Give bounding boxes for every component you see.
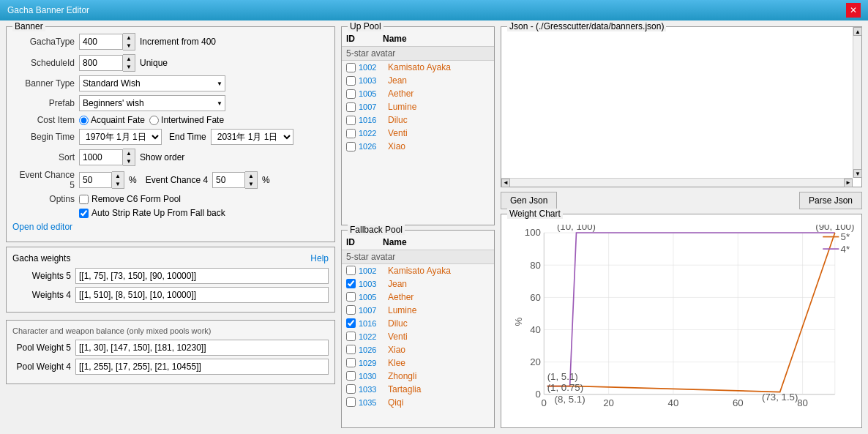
begin-time-select[interactable]: 1970年 1月 1日 <box>79 129 162 145</box>
help-link[interactable]: Help <box>310 253 329 263</box>
auto-strip-checkbox[interactable]: Auto Strip Rate Up From Fall back <box>79 208 225 218</box>
pool-weight-5-input[interactable] <box>75 340 329 356</box>
fallback-pool-check-1007[interactable] <box>346 305 356 315</box>
schedule-id-spinner[interactable]: ▲ ▼ <box>79 54 135 72</box>
up-pool-check-1016[interactable] <box>346 116 356 125</box>
end-time-select[interactable]: 2031年 1月 1日 <box>211 129 293 145</box>
svg-text:0: 0 <box>542 397 547 408</box>
event-chance-5-spinner[interactable]: ▲ ▼ <box>79 171 124 189</box>
open-old-editor-link[interactable]: Open old editor <box>12 222 72 232</box>
json-buttons: Gen Json Parse Json <box>501 192 862 209</box>
close-button[interactable]: ✕ <box>846 3 861 18</box>
event-chance-4-up[interactable]: ▲ <box>245 172 257 180</box>
gacha-weights-label: Gacha weights <box>12 253 70 263</box>
weights-4-input[interactable] <box>75 287 329 303</box>
schedule-id-input[interactable] <box>79 55 123 71</box>
schedule-id-down[interactable]: ▼ <box>123 63 135 71</box>
event-chance-5-down[interactable]: ▼ <box>112 180 124 188</box>
banner-type-select[interactable]: Standard Wish Event Wish Beginner Wish <box>79 75 225 91</box>
gacha-type-label: GachaType <box>12 37 75 47</box>
up-pool-check-1003[interactable] <box>346 76 356 86</box>
time-row: Begin Time 1970年 1月 1日 End Time 2031年 1月… <box>12 129 329 145</box>
fallback-pool-check-1016[interactable] <box>346 318 356 328</box>
title-bar: Gacha Banner Editor ✕ <box>0 0 868 20</box>
svg-text:(1, 5.1): (1, 5.1) <box>547 371 578 382</box>
fallback-pool-box: Fallback Pool ID Name 5-star avatar 1002… <box>341 230 495 429</box>
schedule-id-label: ScheduleId <box>12 58 75 68</box>
schedule-id-up[interactable]: ▲ <box>123 55 135 63</box>
acquaint-fate-radio[interactable]: Acquaint Fate <box>79 115 145 125</box>
char-weapon-box: Character and weapon balance (only mixed… <box>6 320 335 384</box>
fallback-pool-check-1026[interactable] <box>346 345 356 354</box>
fallback-pool-5star-header: 5-star avatar <box>342 250 494 264</box>
up-pool-item-1016: 1016 Diluc <box>342 113 494 127</box>
up-pool-check-1002[interactable] <box>346 63 356 72</box>
schedule-id-arrows: ▲ ▼ <box>123 54 135 72</box>
event-chance-4-label: Event Chance 4 <box>146 175 208 185</box>
prefab-select[interactable]: Beginners' wish Standard Wish Event Wish <box>79 95 225 111</box>
fallback-pool-check-1030[interactable] <box>346 371 356 381</box>
up-pool-check-1005[interactable] <box>346 89 356 99</box>
event-chance-5-input[interactable] <box>79 172 112 188</box>
banner-type-wrapper[interactable]: Standard Wish Event Wish Beginner Wish <box>79 75 225 91</box>
json-scroll-up[interactable]: ▲ <box>853 27 862 36</box>
fallback-pool-title: Fallback Pool <box>348 225 405 235</box>
auto-strip-row: Auto Strip Rate Up From Fall back <box>79 208 329 218</box>
banner-group: Banner GachaType ▲ ▼ Increment from 400 … <box>6 26 335 242</box>
up-pool-check-1022[interactable] <box>346 129 356 138</box>
weights-5-label: Weights 5 <box>12 271 71 281</box>
fallback-pool-check-1003[interactable] <box>346 279 356 288</box>
gacha-type-up[interactable]: ▲ <box>123 34 135 42</box>
sort-up[interactable]: ▲ <box>123 149 135 157</box>
fallback-pool-check-1005[interactable] <box>346 292 356 302</box>
sort-input[interactable] <box>79 149 123 165</box>
weights-5-input[interactable] <box>75 268 329 284</box>
char-weapon-title: Character and weapon balance (only mixed… <box>12 326 329 335</box>
fallback-pool-col-id: ID <box>346 237 383 247</box>
event-chance-5-up[interactable]: ▲ <box>112 172 124 180</box>
fallback-pool-check-1033[interactable] <box>346 384 356 394</box>
auto-strip-input[interactable] <box>79 209 89 218</box>
up-pool-col-id: ID <box>346 34 383 44</box>
json-scroll-right[interactable]: ► <box>844 179 853 187</box>
weights-4-label: Weights 4 <box>12 290 71 300</box>
event-chance-4-down[interactable]: ▼ <box>245 180 257 188</box>
intertwined-fate-radio[interactable]: Intertwined Fate <box>149 115 224 125</box>
up-pool-item-1007: 1007 Lumine <box>342 100 494 113</box>
fallback-pool-check-1002[interactable] <box>346 266 356 275</box>
gacha-type-arrows: ▲ ▼ <box>123 33 135 50</box>
4star-line <box>547 233 835 386</box>
gacha-type-spinner[interactable]: ▲ ▼ <box>79 33 135 50</box>
gacha-type-input[interactable] <box>79 34 123 50</box>
prefab-label: Prefab <box>12 98 75 108</box>
fallback-pool-check-1029[interactable] <box>346 358 356 367</box>
svg-text:(8, 5.1): (8, 5.1) <box>555 394 585 405</box>
json-scroll-left[interactable]: ◄ <box>501 179 510 187</box>
gen-json-button[interactable]: Gen Json <box>501 192 557 209</box>
parse-json-button[interactable]: Parse Json <box>799 192 862 209</box>
gacha-type-down[interactable]: ▼ <box>123 42 135 50</box>
sort-spinner[interactable]: ▲ ▼ <box>79 149 135 166</box>
intertwined-fate-label: Intertwined Fate <box>161 115 224 125</box>
fallback-pool-check-1035[interactable] <box>346 397 356 407</box>
json-scrollbar-v[interactable]: ▲ ▼ <box>853 27 861 178</box>
svg-text:(10, 100): (10, 100) <box>557 225 596 232</box>
sort-down[interactable]: ▼ <box>123 157 135 165</box>
up-pool-check-1026[interactable] <box>346 142 356 151</box>
remove-c6-input[interactable] <box>79 195 89 204</box>
fallback-pool-item-1005: 1005 Aether <box>342 291 494 304</box>
up-pool-content: ID Name 5-star avatar 1002 Kamisato Ayak… <box>342 31 494 229</box>
json-scrollbar-h[interactable]: ◄ ► <box>501 178 853 187</box>
json-scroll-down[interactable]: ▼ <box>853 169 862 178</box>
pool-weight-4-input[interactable] <box>75 359 329 375</box>
fallback-pool-list: 5-star avatar 1002 Kamisato Ayaka 1003 J… <box>342 250 494 411</box>
fallback-pool-5star-label: 5-star avatar <box>346 252 395 262</box>
remove-c6-checkbox[interactable]: Remove C6 Form Pool <box>79 194 181 204</box>
event-chance-4-input[interactable] <box>212 172 245 188</box>
prefab-wrapper[interactable]: Beginners' wish Standard Wish Event Wish <box>79 95 225 111</box>
open-old-editor-row: Open old editor <box>12 222 329 232</box>
up-pool-check-1007[interactable] <box>346 102 356 112</box>
pool-weight-4-label: Pool Weight 4 <box>12 362 71 372</box>
event-chance-4-spinner[interactable]: ▲ ▼ <box>212 171 258 189</box>
fallback-pool-check-1022[interactable] <box>346 332 356 341</box>
